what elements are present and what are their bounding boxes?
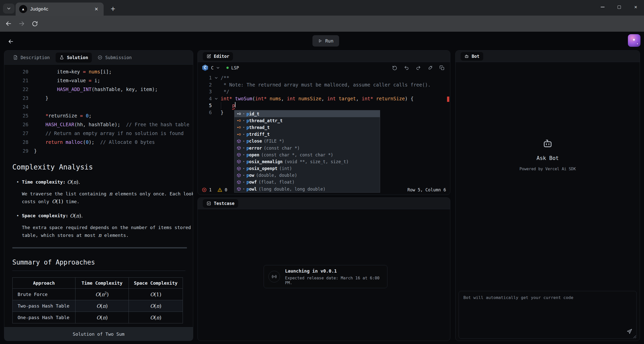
table-cell: O(1): [129, 289, 183, 300]
window-maximize-button[interactable]: [611, 0, 627, 14]
editor-line[interactable]: 1/**: [198, 74, 450, 81]
code-line: 25 *returnSize = 0;: [12, 111, 193, 120]
autocomplete-item[interactable]: •pthread_attr_t: [234, 117, 380, 124]
square-check-icon: [207, 201, 211, 206]
browser-reload-button[interactable]: [28, 17, 41, 30]
table-header-row: ApproachTime ComplexitySpace Complexity: [13, 278, 183, 289]
forward-arrow-icon: [18, 20, 25, 27]
new-tab-button[interactable]: +: [108, 4, 118, 14]
autocomplete-popup: •pid_t•pthread_attr_t•pthread_t•ptrdiff_…: [234, 110, 380, 193]
app-back-button[interactable]: [6, 36, 16, 47]
autocomplete-item[interactable]: •powf(float, float): [234, 179, 380, 186]
editor-line[interactable]: 3 */: [198, 88, 450, 95]
bot-icon: [464, 54, 469, 59]
table-row: One-pass Hash TableO(n)O(n): [13, 312, 183, 323]
autocomplete-item[interactable]: •pid_t: [234, 110, 380, 117]
bot-powered-by: Powered by Vercel Ai SDK: [519, 167, 576, 171]
tab-close-icon[interactable]: ×: [93, 5, 100, 13]
complexity-bullets: •Time complexity: O(n).We traverse the l…: [12, 178, 193, 239]
symbol-module-icon: [237, 139, 241, 143]
table-cell: Two-pass Hash Table: [13, 300, 75, 312]
resize-handle[interactable]: [632, 334, 636, 338]
tab-label: Solution: [67, 55, 88, 60]
tab-search-button[interactable]: [3, 4, 15, 14]
reset-icon[interactable]: [392, 65, 397, 70]
circle-check-icon: [98, 55, 102, 60]
symbol-module-icon: [237, 159, 241, 164]
autocomplete-item[interactable]: •powl(long double, long double): [234, 186, 380, 192]
code-line: 20 item→key = nums[i];: [12, 67, 193, 76]
tab-bot[interactable]: Bot: [461, 52, 483, 61]
browser-back-button[interactable]: [2, 17, 15, 30]
symbol-module-icon: [237, 153, 241, 157]
toast-title: Launching in v0.0.1: [285, 268, 383, 274]
back-arrow-icon: [8, 38, 14, 45]
autocomplete-item[interactable]: •pclose(FILE *): [234, 138, 380, 145]
chevron-down-icon[interactable]: [216, 66, 220, 70]
table-row: Brute ForceO(n2)O(1): [13, 289, 183, 300]
overview-ruler-error-mark: [447, 97, 449, 102]
window-close-button[interactable]: ×: [627, 0, 644, 14]
complexity-paragraph: The extra space required depends on the …: [22, 224, 193, 239]
run-button[interactable]: Run: [312, 35, 339, 47]
editor-line[interactable]: 5 p: [198, 102, 450, 109]
redo-icon[interactable]: [416, 65, 421, 70]
table-header: Space Complexity: [129, 278, 183, 289]
editor-line[interactable]: 2 * Note: The returned array must be mal…: [198, 81, 450, 89]
back-arrow-icon: [5, 20, 12, 27]
testcase-panel-header: Testcase: [198, 198, 450, 209]
editor-panel-header: Editor: [198, 51, 450, 62]
browser-forward-button[interactable]: [15, 17, 28, 30]
square-pen-icon: [207, 54, 211, 59]
code-editor[interactable]: 1/**2 * Note: The returned array must be…: [198, 73, 450, 116]
tab-solution[interactable]: Solution: [56, 53, 92, 63]
autocomplete-item[interactable]: •popen(const char *, const char *): [234, 151, 380, 158]
tab-editor[interactable]: Editor: [203, 52, 233, 61]
autocomplete-item[interactable]: •posix_openpt(int): [234, 165, 380, 172]
autocomplete-item[interactable]: •pow(double, double): [234, 172, 380, 179]
copy-icon[interactable]: [439, 65, 445, 70]
table-row: Two-pass Hash TableO(n)O(n): [13, 300, 183, 312]
bot-panel-header: Bot: [456, 51, 640, 62]
tab-testcase[interactable]: Testcase: [203, 199, 238, 208]
table-cell: O(n): [75, 312, 129, 323]
user-avatar[interactable]: [628, 34, 640, 47]
table-cell: O(n): [129, 300, 183, 312]
autocomplete-item[interactable]: •pthread_t: [234, 124, 380, 131]
error-icon: [202, 187, 207, 192]
tab-label: Description: [21, 55, 50, 60]
symbol-module-icon: [237, 180, 241, 184]
warning-count: 0: [225, 187, 227, 192]
run-label: Run: [325, 38, 334, 44]
code-line: 27 // Return an empty array if no soluti…: [12, 129, 193, 138]
window-minimize-button[interactable]: [594, 0, 611, 14]
tab-submission[interactable]: Submission: [94, 53, 135, 63]
tab-description[interactable]: Description: [9, 53, 54, 63]
table-header: Approach: [13, 278, 75, 289]
editor-line[interactable]: 4int* twoSum(int* nums, int numsSize, in…: [198, 95, 450, 102]
symbol-typedef-icon: [237, 132, 241, 137]
window-controls: ×: [594, 0, 644, 14]
table-cell: One-pass Hash Table: [13, 312, 75, 323]
play-icon: [318, 39, 322, 43]
bot-title: Ask Bot: [537, 155, 559, 161]
browser-tab-strip: ▲ Judge4c × + ×: [0, 0, 644, 16]
c-language-icon: C: [202, 64, 209, 71]
autocomplete-item[interactable]: •ptrdiff_t: [234, 131, 380, 138]
toast-subtitle: Expected release date: March 16 at 6:00 …: [285, 276, 383, 285]
undo-icon[interactable]: [404, 65, 409, 70]
editor-panel: Editor C C LSP 1/**2 * Note: The returne…: [197, 50, 450, 195]
autocomplete-item[interactable]: •posix_memalign(void **, size_t, size_t): [234, 158, 380, 165]
format-brush-icon[interactable]: [428, 65, 433, 70]
solution-footer-label: Solution of Two Sum: [73, 331, 125, 337]
complexity-bullet: •Time complexity: O(n).: [16, 178, 193, 186]
minimize-icon: [601, 7, 605, 7]
language-label[interactable]: C: [211, 65, 214, 70]
browser-tab[interactable]: ▲ Judge4c ×: [16, 3, 104, 16]
bot-message-input[interactable]: Bot will automatically get your current …: [459, 291, 637, 339]
code-line: 28 return malloc(0); // Allocate 0 bytes: [12, 138, 193, 147]
symbol-module-icon: [237, 166, 241, 171]
send-button[interactable]: [626, 328, 632, 334]
symbol-typedef-icon: [237, 125, 241, 130]
autocomplete-item[interactable]: •perror(const char *): [234, 145, 380, 151]
